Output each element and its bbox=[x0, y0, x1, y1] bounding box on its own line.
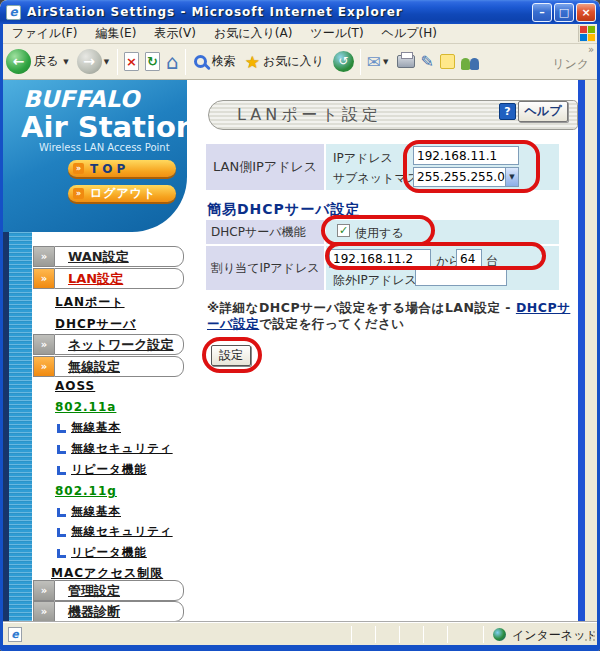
discuss-button[interactable] bbox=[437, 46, 458, 78]
discuss-icon bbox=[440, 54, 455, 69]
subnet-mask-value: 255.255.255.0 bbox=[414, 170, 505, 184]
menu-favorites[interactable]: お気に入り(A) bbox=[205, 25, 301, 42]
nav-label: WAN設定 bbox=[68, 248, 129, 266]
exclude-ip-input[interactable] bbox=[415, 269, 507, 286]
maximize-button[interactable]: □ bbox=[554, 3, 574, 22]
sidebar-item-admin-settings[interactable]: » 管理設定 bbox=[33, 580, 184, 601]
home-button[interactable]: ⌂ bbox=[163, 46, 182, 78]
page-content: BUFFALO Air Station Wireless LAN Access … bbox=[3, 80, 597, 622]
sidebar-item-wan-settings[interactable]: » WAN設定 bbox=[33, 246, 184, 267]
help-button[interactable]: ヘルプ bbox=[518, 101, 568, 122]
sidebar-item-lan-port[interactable]: LANポート bbox=[55, 294, 125, 311]
sidebar-item-wireless-basic-g[interactable]: 無線基本 bbox=[57, 504, 121, 519]
bullet-icon: » bbox=[73, 163, 84, 174]
windows-logo-icon bbox=[578, 25, 595, 42]
window-frame-left bbox=[0, 24, 3, 651]
mail-dropdown-icon[interactable]: ▼ bbox=[383, 58, 388, 66]
help-question-icon[interactable]: ? bbox=[499, 103, 516, 120]
brand-tagline: Wireless LAN Access Point bbox=[39, 142, 170, 153]
ip-address-input[interactable] bbox=[413, 146, 519, 165]
sidebar-item-network-settings[interactable]: » ネットワーク設定 bbox=[33, 334, 184, 355]
toolbar-separator bbox=[185, 49, 186, 75]
sidebar-item-dhcp-server[interactable]: DHCPサーバ bbox=[55, 316, 136, 333]
sidebar-item-lan-settings[interactable]: » LAN設定 bbox=[33, 268, 184, 289]
search-button[interactable]: 検索 bbox=[189, 46, 242, 78]
favorites-label: お気に入り bbox=[263, 53, 324, 70]
sidebar-item-wireless-settings[interactable]: » 無線設定 bbox=[33, 356, 184, 377]
print-button[interactable] bbox=[394, 46, 418, 78]
assign-ip-label: 割り当てIPアドレス bbox=[206, 246, 324, 290]
nav-bullet-icon: » bbox=[33, 580, 54, 601]
status-divider bbox=[483, 626, 484, 643]
sidebar-item-80211g[interactable]: 802.11g bbox=[55, 484, 117, 498]
sidebar-item-repeater-g[interactable]: リピータ機能 bbox=[57, 545, 147, 560]
status-divider bbox=[375, 626, 376, 643]
ip-address-label: IPアドレス bbox=[333, 150, 393, 167]
toolbar-separator bbox=[360, 49, 361, 75]
branch-icon bbox=[57, 549, 66, 558]
select-arrow-icon[interactable]: ▼ bbox=[505, 168, 518, 186]
back-icon: ← bbox=[6, 49, 31, 74]
internet-zone-icon bbox=[493, 628, 506, 641]
stop-icon: × bbox=[125, 54, 138, 69]
window-title: AirStation Settings - Microsoft Internet… bbox=[27, 5, 403, 19]
sidebar-item-80211a[interactable]: 802.11a bbox=[55, 400, 116, 414]
back-dropdown-icon[interactable]: ▼ bbox=[63, 58, 68, 66]
search-label: 検索 bbox=[212, 53, 236, 70]
links-bar-label[interactable]: リンク bbox=[552, 56, 589, 73]
sidebar-item-wireless-security-g[interactable]: 無線セキュリティ bbox=[57, 524, 173, 539]
history-button[interactable]: ↺ bbox=[330, 46, 357, 78]
refresh-button[interactable]: ↻ bbox=[142, 46, 163, 78]
status-bar: e インターネット bbox=[3, 622, 597, 645]
status-divider bbox=[399, 626, 400, 643]
submit-button[interactable]: 設定 bbox=[211, 345, 251, 366]
top-button-label: TOP bbox=[90, 162, 129, 176]
mail-button[interactable]: ✉ ▼ bbox=[364, 46, 394, 78]
status-divider bbox=[423, 626, 424, 643]
back-button[interactable]: ← 戻る ▼ bbox=[3, 46, 74, 78]
nav-label: 機器診断 bbox=[68, 603, 120, 621]
edit-button[interactable]: ✎ bbox=[418, 46, 437, 78]
favorites-button[interactable]: ★ お気に入り bbox=[242, 46, 330, 78]
sidebar-item-wireless-basic-a[interactable]: 無線基本 bbox=[57, 420, 121, 435]
title-bar[interactable]: e AirStation Settings - Microsoft Intern… bbox=[0, 0, 600, 24]
menu-file[interactable]: ファイル(F) bbox=[3, 25, 86, 42]
menu-tools[interactable]: ツール(T) bbox=[301, 25, 372, 42]
toolbar: ← 戻る ▼ → ▼ × ↻ ⌂ 検索 ★ お気に入り ↺ bbox=[3, 44, 597, 80]
stop-button[interactable]: × bbox=[121, 46, 142, 78]
messenger-button[interactable] bbox=[458, 46, 482, 78]
subnet-mask-select[interactable]: 255.255.255.0 ▼ bbox=[413, 167, 519, 187]
sidebar-item-diagnostics[interactable]: » 機器診断 bbox=[33, 601, 184, 622]
resize-grip[interactable] bbox=[583, 631, 595, 643]
star-icon: ★ bbox=[245, 53, 260, 71]
leaf-label: 無線セキュリティ bbox=[71, 524, 173, 539]
sidebar-item-repeater-a[interactable]: リピータ機能 bbox=[57, 462, 147, 477]
links-chevron-icon[interactable]: » bbox=[588, 44, 594, 55]
dhcp-section-heading: 簡易DHCPサーバ設定 bbox=[207, 201, 361, 219]
airstation-logo: Air Station bbox=[21, 110, 196, 144]
branch-icon bbox=[57, 508, 66, 517]
minimize-button[interactable]: – bbox=[532, 3, 552, 22]
assign-count-input[interactable] bbox=[456, 249, 482, 268]
nav-bullet-icon: » bbox=[33, 246, 54, 267]
messenger-icon bbox=[461, 54, 479, 70]
close-button[interactable]: × bbox=[576, 3, 596, 22]
top-button[interactable]: » TOP bbox=[68, 160, 176, 177]
nav-label: LAN設定 bbox=[68, 270, 123, 288]
assign-start-input[interactable] bbox=[329, 249, 431, 268]
dhcp-enable-checkbox[interactable]: ✓ bbox=[337, 224, 350, 237]
menu-edit[interactable]: 編集(E) bbox=[86, 25, 145, 42]
menu-help[interactable]: ヘルプ(H) bbox=[373, 25, 446, 42]
sidebar-item-wireless-security-a[interactable]: 無線セキュリティ bbox=[57, 441, 173, 456]
leaf-label: 無線基本 bbox=[71, 504, 121, 519]
home-icon: ⌂ bbox=[166, 52, 179, 72]
logout-button[interactable]: » ログアウト bbox=[68, 185, 176, 202]
forward-button[interactable]: → ▼ bbox=[74, 46, 114, 78]
sidebar-item-aoss[interactable]: AOSS bbox=[55, 379, 95, 393]
nav-bullet-icon: » bbox=[33, 334, 54, 355]
menu-view[interactable]: 表示(V) bbox=[145, 25, 205, 42]
print-icon bbox=[397, 55, 415, 68]
note-part1: ※詳細なDHCPサーバ設定をする場合はLAN設定 - bbox=[207, 300, 516, 315]
right-gutter bbox=[585, 80, 597, 622]
branch-icon bbox=[57, 528, 66, 537]
